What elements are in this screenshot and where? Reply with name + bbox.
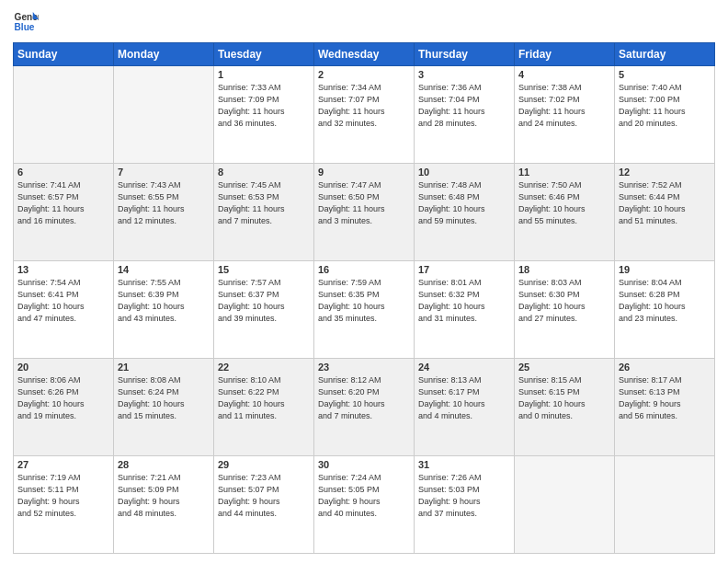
day-number: 7	[118, 167, 210, 178]
day-number: 15	[218, 264, 310, 275]
calendar-cell: 6Sunrise: 7:41 AM Sunset: 6:57 PM Daylig…	[14, 164, 114, 261]
logo: General Blue	[13, 9, 39, 35]
day-info: Sunrise: 8:06 AM Sunset: 6:26 PM Dayligh…	[17, 374, 109, 422]
day-info: Sunrise: 7:47 AM Sunset: 6:50 PM Dayligh…	[318, 179, 410, 227]
day-number: 5	[619, 69, 711, 80]
day-number: 24	[418, 362, 510, 373]
calendar-cell	[114, 66, 214, 164]
day-number: 3	[418, 69, 510, 80]
day-info: Sunrise: 8:08 AM Sunset: 6:24 PM Dayligh…	[118, 374, 210, 422]
day-info: Sunrise: 8:03 AM Sunset: 6:30 PM Dayligh…	[518, 277, 610, 325]
calendar-cell: 27Sunrise: 7:19 AM Sunset: 5:11 PM Dayli…	[14, 456, 114, 554]
day-info: Sunrise: 7:55 AM Sunset: 6:39 PM Dayligh…	[118, 277, 210, 325]
calendar-cell: 12Sunrise: 7:52 AM Sunset: 6:44 PM Dayli…	[615, 164, 715, 261]
day-info: Sunrise: 7:21 AM Sunset: 5:09 PM Dayligh…	[118, 472, 210, 520]
day-number: 17	[418, 264, 510, 275]
day-info: Sunrise: 7:52 AM Sunset: 6:44 PM Dayligh…	[619, 179, 711, 227]
calendar-cell: 21Sunrise: 8:08 AM Sunset: 6:24 PM Dayli…	[114, 359, 214, 456]
day-info: Sunrise: 7:23 AM Sunset: 5:07 PM Dayligh…	[218, 472, 310, 520]
day-info: Sunrise: 7:59 AM Sunset: 6:35 PM Dayligh…	[318, 277, 410, 325]
day-number: 29	[218, 459, 310, 470]
day-info: Sunrise: 7:34 AM Sunset: 7:07 PM Dayligh…	[318, 82, 410, 130]
day-number: 2	[318, 69, 410, 80]
calendar-cell	[14, 66, 114, 164]
day-info: Sunrise: 7:36 AM Sunset: 7:04 PM Dayligh…	[418, 82, 510, 130]
day-number: 9	[318, 167, 410, 178]
day-info: Sunrise: 8:13 AM Sunset: 6:17 PM Dayligh…	[418, 374, 510, 422]
calendar-cell	[515, 456, 615, 554]
day-info: Sunrise: 7:40 AM Sunset: 7:00 PM Dayligh…	[619, 82, 711, 130]
weekday-header-sunday: Sunday	[14, 43, 114, 66]
day-info: Sunrise: 7:41 AM Sunset: 6:57 PM Dayligh…	[17, 179, 109, 227]
calendar-cell: 16Sunrise: 7:59 AM Sunset: 6:35 PM Dayli…	[314, 261, 415, 359]
day-info: Sunrise: 7:45 AM Sunset: 6:53 PM Dayligh…	[218, 179, 310, 227]
calendar-cell: 3Sunrise: 7:36 AM Sunset: 7:04 PM Daylig…	[415, 66, 515, 164]
day-info: Sunrise: 7:19 AM Sunset: 5:11 PM Dayligh…	[17, 472, 109, 520]
calendar-cell: 13Sunrise: 7:54 AM Sunset: 6:41 PM Dayli…	[14, 261, 114, 359]
day-number: 30	[318, 459, 410, 470]
day-info: Sunrise: 7:48 AM Sunset: 6:48 PM Dayligh…	[418, 179, 510, 227]
day-number: 13	[17, 264, 109, 275]
day-number: 10	[418, 167, 510, 178]
day-number: 4	[518, 69, 610, 80]
day-number: 14	[118, 264, 210, 275]
day-info: Sunrise: 7:57 AM Sunset: 6:37 PM Dayligh…	[218, 277, 310, 325]
calendar-cell: 15Sunrise: 7:57 AM Sunset: 6:37 PM Dayli…	[214, 261, 314, 359]
day-number: 28	[118, 459, 210, 470]
calendar-cell: 7Sunrise: 7:43 AM Sunset: 6:55 PM Daylig…	[114, 164, 214, 261]
day-info: Sunrise: 8:01 AM Sunset: 6:32 PM Dayligh…	[418, 277, 510, 325]
day-number: 16	[318, 264, 410, 275]
calendar-cell: 19Sunrise: 8:04 AM Sunset: 6:28 PM Dayli…	[615, 261, 715, 359]
calendar-week-row: 20Sunrise: 8:06 AM Sunset: 6:26 PM Dayli…	[14, 359, 715, 456]
day-info: Sunrise: 8:17 AM Sunset: 6:13 PM Dayligh…	[619, 374, 711, 422]
day-info: Sunrise: 8:12 AM Sunset: 6:20 PM Dayligh…	[318, 374, 410, 422]
day-number: 27	[17, 459, 109, 470]
calendar-cell: 11Sunrise: 7:50 AM Sunset: 6:46 PM Dayli…	[515, 164, 615, 261]
calendar-cell: 29Sunrise: 7:23 AM Sunset: 5:07 PM Dayli…	[214, 456, 314, 554]
calendar-cell: 22Sunrise: 8:10 AM Sunset: 6:22 PM Dayli…	[214, 359, 314, 456]
day-number: 1	[218, 69, 310, 80]
calendar-cell: 4Sunrise: 7:38 AM Sunset: 7:02 PM Daylig…	[515, 66, 615, 164]
logo-icon: General Blue	[13, 9, 39, 35]
calendar-cell: 26Sunrise: 8:17 AM Sunset: 6:13 PM Dayli…	[615, 359, 715, 456]
day-number: 20	[17, 362, 109, 373]
day-number: 21	[118, 362, 210, 373]
calendar-week-row: 13Sunrise: 7:54 AM Sunset: 6:41 PM Dayli…	[14, 261, 715, 359]
day-info: Sunrise: 8:04 AM Sunset: 6:28 PM Dayligh…	[619, 277, 711, 325]
day-info: Sunrise: 7:24 AM Sunset: 5:05 PM Dayligh…	[318, 472, 410, 520]
weekday-header-monday: Monday	[114, 43, 214, 66]
day-number: 22	[218, 362, 310, 373]
calendar-week-row: 27Sunrise: 7:19 AM Sunset: 5:11 PM Dayli…	[14, 456, 715, 554]
day-number: 8	[218, 167, 310, 178]
calendar-cell: 14Sunrise: 7:55 AM Sunset: 6:39 PM Dayli…	[114, 261, 214, 359]
day-number: 12	[619, 167, 711, 178]
day-number: 6	[17, 167, 109, 178]
day-number: 23	[318, 362, 410, 373]
weekday-header-friday: Friday	[515, 43, 615, 66]
calendar-cell: 5Sunrise: 7:40 AM Sunset: 7:00 PM Daylig…	[615, 66, 715, 164]
calendar-cell: 28Sunrise: 7:21 AM Sunset: 5:09 PM Dayli…	[114, 456, 214, 554]
svg-text:Blue: Blue	[15, 22, 35, 32]
day-info: Sunrise: 7:33 AM Sunset: 7:09 PM Dayligh…	[218, 82, 310, 130]
calendar-cell: 25Sunrise: 8:15 AM Sunset: 6:15 PM Dayli…	[515, 359, 615, 456]
calendar-cell: 24Sunrise: 8:13 AM Sunset: 6:17 PM Dayli…	[415, 359, 515, 456]
calendar-week-row: 1Sunrise: 7:33 AM Sunset: 7:09 PM Daylig…	[14, 66, 715, 164]
calendar-cell: 10Sunrise: 7:48 AM Sunset: 6:48 PM Dayli…	[415, 164, 515, 261]
calendar-cell: 17Sunrise: 8:01 AM Sunset: 6:32 PM Dayli…	[415, 261, 515, 359]
weekday-header-row: SundayMondayTuesdayWednesdayThursdayFrid…	[14, 43, 715, 66]
calendar-cell: 23Sunrise: 8:12 AM Sunset: 6:20 PM Dayli…	[314, 359, 415, 456]
day-number: 26	[619, 362, 711, 373]
day-number: 11	[518, 167, 610, 178]
day-info: Sunrise: 8:15 AM Sunset: 6:15 PM Dayligh…	[518, 374, 610, 422]
weekday-header-saturday: Saturday	[615, 43, 715, 66]
weekday-header-thursday: Thursday	[415, 43, 515, 66]
day-number: 18	[518, 264, 610, 275]
calendar-cell: 30Sunrise: 7:24 AM Sunset: 5:05 PM Dayli…	[314, 456, 415, 554]
calendar-cell: 9Sunrise: 7:47 AM Sunset: 6:50 PM Daylig…	[314, 164, 415, 261]
calendar-cell	[615, 456, 715, 554]
day-info: Sunrise: 7:38 AM Sunset: 7:02 PM Dayligh…	[518, 82, 610, 130]
day-info: Sunrise: 7:43 AM Sunset: 6:55 PM Dayligh…	[118, 179, 210, 227]
day-info: Sunrise: 7:26 AM Sunset: 5:03 PM Dayligh…	[418, 472, 510, 520]
day-number: 19	[619, 264, 711, 275]
calendar-week-row: 6Sunrise: 7:41 AM Sunset: 6:57 PM Daylig…	[14, 164, 715, 261]
